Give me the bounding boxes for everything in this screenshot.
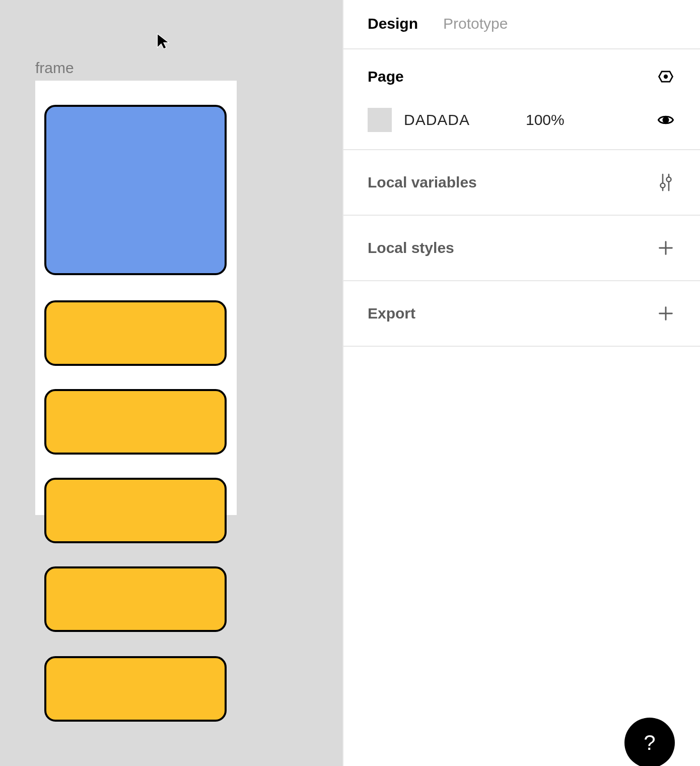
svg-point-1 xyxy=(664,75,667,78)
add-export-button[interactable] xyxy=(656,303,676,324)
tab-prototype[interactable]: Prototype xyxy=(443,15,508,32)
color-hex-value[interactable]: DADADA xyxy=(404,111,505,129)
color-opacity-value[interactable]: 100% xyxy=(526,111,565,129)
canvas-shape-1[interactable] xyxy=(44,300,227,366)
canvas-shape-0[interactable] xyxy=(44,105,227,275)
color-swatch[interactable] xyxy=(368,108,392,132)
help-icon: ? xyxy=(644,731,655,755)
canvas[interactable]: frame xyxy=(0,0,343,766)
svg-point-2 xyxy=(663,117,668,122)
local-variables-title: Local variables xyxy=(368,174,477,191)
frame-label: frame xyxy=(35,59,74,77)
variable-mode-icon[interactable] xyxy=(656,67,676,87)
canvas-shape-3[interactable] xyxy=(44,478,227,543)
svg-point-5 xyxy=(661,183,665,188)
canvas-shape-4[interactable] xyxy=(44,566,227,632)
export-title: Export xyxy=(368,305,415,322)
section-local-styles: Local styles xyxy=(343,216,700,281)
inspector-panel: Design Prototype Page DADADA 100% xyxy=(343,0,700,766)
tab-design[interactable]: Design xyxy=(368,15,418,32)
visibility-toggle-icon[interactable] xyxy=(656,110,676,130)
add-style-button[interactable] xyxy=(656,238,676,258)
canvas-shape-2[interactable] xyxy=(44,389,227,455)
canvas-shape-5[interactable] xyxy=(44,656,227,722)
section-local-variables: Local variables xyxy=(343,150,700,216)
page-title: Page xyxy=(368,68,404,85)
local-styles-title: Local styles xyxy=(368,239,454,257)
section-page: Page DADADA 100% xyxy=(343,49,700,150)
page-background-row[interactable]: DADADA 100% xyxy=(368,108,676,132)
settings-sliders-icon[interactable] xyxy=(656,172,676,193)
cursor-icon xyxy=(156,32,171,50)
panel-tabs: Design Prototype xyxy=(343,0,700,49)
svg-point-6 xyxy=(667,177,671,182)
section-export: Export xyxy=(343,281,700,347)
help-button[interactable]: ? xyxy=(624,718,675,766)
